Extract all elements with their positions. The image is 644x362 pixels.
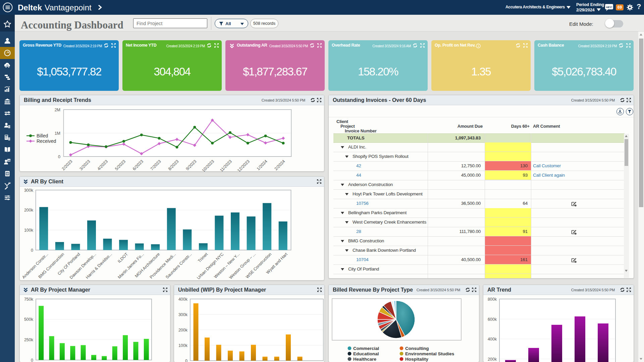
svg-text:3/2023: 3/2023 bbox=[78, 159, 91, 171]
svg-text:1M: 1M bbox=[55, 131, 60, 136]
svg-text:Commercial: Commercial bbox=[353, 346, 379, 351]
svg-text:2/2024: 2/2024 bbox=[274, 159, 286, 171]
svg-text:0: 0 bbox=[31, 248, 33, 253]
svg-text:0: 0 bbox=[185, 359, 187, 362]
svg-text:250k: 250k bbox=[24, 338, 34, 342]
svg-text:8/2023: 8/2023 bbox=[167, 159, 180, 171]
svg-text:100k: 100k bbox=[178, 343, 188, 348]
svg-text:12/2023: 12/2023 bbox=[236, 159, 251, 172]
svg-text:Environmental Studies: Environmental Studies bbox=[405, 351, 454, 356]
svg-text:Consulting: Consulting bbox=[405, 346, 429, 351]
svg-text:400k: 400k bbox=[488, 337, 497, 342]
svg-text:6/2023: 6/2023 bbox=[132, 159, 144, 171]
svg-text:Educational: Educational bbox=[353, 351, 379, 356]
svg-text:100k: 100k bbox=[24, 228, 34, 233]
svg-text:5/2023: 5/2023 bbox=[114, 159, 126, 171]
svg-text:9/2023: 9/2023 bbox=[185, 159, 197, 171]
svg-text:Billed: Billed bbox=[37, 133, 48, 138]
svg-text:1/2024: 1/2024 bbox=[256, 159, 268, 171]
svg-text:11/2023: 11/2023 bbox=[219, 159, 233, 172]
svg-text:2M: 2M bbox=[55, 108, 60, 112]
svg-text:Urban Design NYC: Urban Design NYC bbox=[196, 252, 224, 280]
svg-text:Trimet: Trimet bbox=[197, 252, 209, 263]
svg-text:300k: 300k bbox=[178, 312, 188, 317]
svg-text:Anderson Constr...: Anderson Constr... bbox=[21, 252, 49, 280]
svg-text:4/2023: 4/2023 bbox=[96, 159, 109, 171]
svg-text:2/2023: 2/2023 bbox=[61, 159, 73, 171]
svg-text:Healthcare: Healthcare bbox=[353, 357, 377, 362]
svg-text:300k: 300k bbox=[24, 188, 34, 193]
svg-text:Hospitality: Hospitality bbox=[405, 357, 429, 362]
svg-text:7/2023: 7/2023 bbox=[150, 159, 162, 171]
svg-text:ILDOT: ILDOT bbox=[117, 252, 129, 264]
svg-text:750k: 750k bbox=[24, 297, 34, 302]
svg-text:0: 0 bbox=[58, 155, 60, 159]
svg-text:HEY!: HEY! bbox=[606, 6, 612, 9]
svg-text:200k: 200k bbox=[24, 208, 34, 213]
svg-text:200k: 200k bbox=[488, 357, 497, 362]
svg-text:Received: Received bbox=[37, 138, 56, 144]
svg-text:800k: 800k bbox=[488, 297, 497, 302]
svg-text:600k: 600k bbox=[488, 317, 497, 322]
svg-text:500k: 500k bbox=[24, 317, 34, 322]
svg-text:200k: 200k bbox=[178, 328, 188, 333]
svg-text:10/2023: 10/2023 bbox=[201, 159, 215, 172]
svg-text:0: 0 bbox=[31, 358, 33, 362]
svg-text:400k: 400k bbox=[178, 297, 188, 302]
